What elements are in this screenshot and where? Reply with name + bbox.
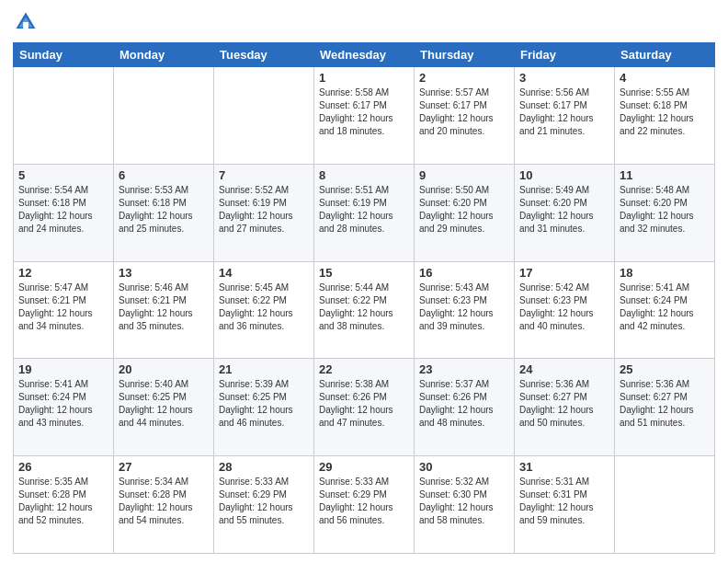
- calendar-cell: 16Sunrise: 5:43 AM Sunset: 6:23 PM Dayli…: [415, 261, 515, 359]
- calendar-week-1: 5Sunrise: 5:54 AM Sunset: 6:18 PM Daylig…: [14, 164, 715, 261]
- day-number: 13: [119, 266, 209, 280]
- day-number: 28: [219, 460, 309, 474]
- calendar-week-2: 12Sunrise: 5:47 AM Sunset: 6:21 PM Dayli…: [14, 261, 715, 359]
- day-number: 10: [519, 168, 609, 182]
- day-number: 20: [119, 362, 209, 376]
- day-number: 18: [620, 266, 710, 280]
- calendar-cell: 6Sunrise: 5:53 AM Sunset: 6:18 PM Daylig…: [114, 164, 214, 261]
- day-info: Sunrise: 5:52 AM Sunset: 6:19 PM Dayligh…: [219, 184, 309, 236]
- day-info: Sunrise: 5:48 AM Sunset: 6:20 PM Dayligh…: [620, 184, 710, 236]
- day-info: Sunrise: 5:33 AM Sunset: 6:29 PM Dayligh…: [319, 476, 409, 527]
- day-number: 26: [18, 460, 108, 474]
- calendar-cell: 27Sunrise: 5:34 AM Sunset: 6:28 PM Dayli…: [114, 456, 214, 554]
- weekday-header-friday: Friday: [515, 43, 615, 67]
- day-number: 1: [319, 71, 409, 85]
- header: [13, 9, 715, 35]
- day-info: Sunrise: 5:42 AM Sunset: 6:23 PM Dayligh…: [519, 282, 609, 333]
- calendar-cell: 7Sunrise: 5:52 AM Sunset: 6:19 PM Daylig…: [214, 164, 314, 261]
- calendar-cell: 1Sunrise: 5:58 AM Sunset: 6:17 PM Daylig…: [314, 67, 415, 165]
- day-info: Sunrise: 5:51 AM Sunset: 6:19 PM Dayligh…: [319, 184, 409, 236]
- day-info: Sunrise: 5:37 AM Sunset: 6:26 PM Dayligh…: [419, 378, 509, 430]
- calendar-cell: 24Sunrise: 5:36 AM Sunset: 6:27 PM Dayli…: [515, 359, 615, 456]
- day-info: Sunrise: 5:55 AM Sunset: 6:18 PM Dayligh…: [620, 86, 710, 138]
- day-info: Sunrise: 5:45 AM Sunset: 6:22 PM Dayligh…: [219, 282, 309, 333]
- calendar-week-0: 1Sunrise: 5:58 AM Sunset: 6:17 PM Daylig…: [14, 67, 715, 165]
- logo: [13, 9, 42, 35]
- calendar-cell: 14Sunrise: 5:45 AM Sunset: 6:22 PM Dayli…: [214, 261, 314, 359]
- day-number: 29: [319, 460, 409, 474]
- calendar-cell: 23Sunrise: 5:37 AM Sunset: 6:26 PM Dayli…: [415, 359, 515, 456]
- calendar-cell: 31Sunrise: 5:31 AM Sunset: 6:31 PM Dayli…: [515, 456, 615, 554]
- day-info: Sunrise: 5:31 AM Sunset: 6:31 PM Dayligh…: [519, 476, 609, 527]
- day-number: 9: [419, 168, 509, 182]
- calendar-cell: 28Sunrise: 5:33 AM Sunset: 6:29 PM Dayli…: [214, 456, 314, 554]
- calendar-week-3: 19Sunrise: 5:41 AM Sunset: 6:24 PM Dayli…: [14, 359, 715, 456]
- day-number: 24: [519, 362, 609, 376]
- calendar-cell: 26Sunrise: 5:35 AM Sunset: 6:28 PM Dayli…: [14, 456, 114, 554]
- calendar-cell: 30Sunrise: 5:32 AM Sunset: 6:30 PM Dayli…: [415, 456, 515, 554]
- day-info: Sunrise: 5:33 AM Sunset: 6:29 PM Dayligh…: [219, 476, 309, 527]
- calendar-cell: 25Sunrise: 5:36 AM Sunset: 6:27 PM Dayli…: [615, 359, 715, 456]
- calendar-cell: [615, 456, 715, 554]
- calendar-cell: 29Sunrise: 5:33 AM Sunset: 6:29 PM Dayli…: [314, 456, 415, 554]
- day-info: Sunrise: 5:35 AM Sunset: 6:28 PM Dayligh…: [18, 476, 108, 527]
- day-number: 6: [119, 168, 209, 182]
- weekday-header-thursday: Thursday: [415, 43, 515, 67]
- day-info: Sunrise: 5:53 AM Sunset: 6:18 PM Dayligh…: [119, 184, 209, 236]
- day-info: Sunrise: 5:57 AM Sunset: 6:17 PM Dayligh…: [419, 86, 509, 138]
- weekday-header-tuesday: Tuesday: [214, 43, 314, 67]
- calendar-cell: 13Sunrise: 5:46 AM Sunset: 6:21 PM Dayli…: [114, 261, 214, 359]
- day-number: 3: [519, 71, 609, 85]
- day-info: Sunrise: 5:49 AM Sunset: 6:20 PM Dayligh…: [519, 184, 609, 236]
- day-number: 4: [620, 71, 710, 85]
- day-number: 12: [18, 266, 108, 280]
- day-info: Sunrise: 5:36 AM Sunset: 6:27 PM Dayligh…: [620, 378, 710, 430]
- weekday-header-sunday: Sunday: [14, 43, 114, 67]
- day-number: 7: [219, 168, 309, 182]
- page: SundayMondayTuesdayWednesdayThursdayFrid…: [0, 0, 728, 563]
- day-info: Sunrise: 5:47 AM Sunset: 6:21 PM Dayligh…: [18, 282, 108, 333]
- day-info: Sunrise: 5:36 AM Sunset: 6:27 PM Dayligh…: [519, 378, 609, 430]
- day-number: 16: [419, 266, 509, 280]
- calendar-cell: 19Sunrise: 5:41 AM Sunset: 6:24 PM Dayli…: [14, 359, 114, 456]
- calendar-cell: 22Sunrise: 5:38 AM Sunset: 6:26 PM Dayli…: [314, 359, 415, 456]
- day-info: Sunrise: 5:40 AM Sunset: 6:25 PM Dayligh…: [119, 378, 209, 430]
- calendar-cell: 3Sunrise: 5:56 AM Sunset: 6:17 PM Daylig…: [515, 67, 615, 165]
- calendar-cell: 8Sunrise: 5:51 AM Sunset: 6:19 PM Daylig…: [314, 164, 415, 261]
- day-info: Sunrise: 5:46 AM Sunset: 6:21 PM Dayligh…: [119, 282, 209, 333]
- day-number: 25: [620, 362, 710, 376]
- day-info: Sunrise: 5:34 AM Sunset: 6:28 PM Dayligh…: [119, 476, 209, 527]
- day-info: Sunrise: 5:38 AM Sunset: 6:26 PM Dayligh…: [319, 378, 409, 430]
- day-number: 11: [620, 168, 710, 182]
- day-info: Sunrise: 5:56 AM Sunset: 6:17 PM Dayligh…: [519, 86, 609, 138]
- day-info: Sunrise: 5:41 AM Sunset: 6:24 PM Dayligh…: [18, 378, 108, 430]
- day-number: 14: [219, 266, 309, 280]
- calendar-cell: 9Sunrise: 5:50 AM Sunset: 6:20 PM Daylig…: [415, 164, 515, 261]
- day-number: 5: [18, 168, 108, 182]
- day-info: Sunrise: 5:54 AM Sunset: 6:18 PM Dayligh…: [18, 184, 108, 236]
- weekday-header-monday: Monday: [114, 43, 214, 67]
- day-info: Sunrise: 5:32 AM Sunset: 6:30 PM Dayligh…: [419, 476, 509, 527]
- weekday-header-saturday: Saturday: [615, 43, 715, 67]
- day-info: Sunrise: 5:58 AM Sunset: 6:17 PM Dayligh…: [319, 86, 409, 138]
- weekday-header-row: SundayMondayTuesdayWednesdayThursdayFrid…: [14, 43, 715, 67]
- calendar-cell: 21Sunrise: 5:39 AM Sunset: 6:25 PM Dayli…: [214, 359, 314, 456]
- calendar-cell: 11Sunrise: 5:48 AM Sunset: 6:20 PM Dayli…: [615, 164, 715, 261]
- calendar-table: SundayMondayTuesdayWednesdayThursdayFrid…: [13, 42, 715, 554]
- calendar-cell: 15Sunrise: 5:44 AM Sunset: 6:22 PM Dayli…: [314, 261, 415, 359]
- day-number: 22: [319, 362, 409, 376]
- weekday-header-wednesday: Wednesday: [314, 43, 415, 67]
- day-number: 8: [319, 168, 409, 182]
- day-info: Sunrise: 5:44 AM Sunset: 6:22 PM Dayligh…: [319, 282, 409, 333]
- calendar-cell: [114, 67, 214, 165]
- day-info: Sunrise: 5:39 AM Sunset: 6:25 PM Dayligh…: [219, 378, 309, 430]
- day-number: 23: [419, 362, 509, 376]
- day-number: 2: [419, 71, 509, 85]
- day-number: 21: [219, 362, 309, 376]
- day-number: 27: [119, 460, 209, 474]
- calendar-cell: 17Sunrise: 5:42 AM Sunset: 6:23 PM Dayli…: [515, 261, 615, 359]
- day-info: Sunrise: 5:43 AM Sunset: 6:23 PM Dayligh…: [419, 282, 509, 333]
- day-number: 30: [419, 460, 509, 474]
- calendar-cell: 12Sunrise: 5:47 AM Sunset: 6:21 PM Dayli…: [14, 261, 114, 359]
- calendar-cell: 20Sunrise: 5:40 AM Sunset: 6:25 PM Dayli…: [114, 359, 214, 456]
